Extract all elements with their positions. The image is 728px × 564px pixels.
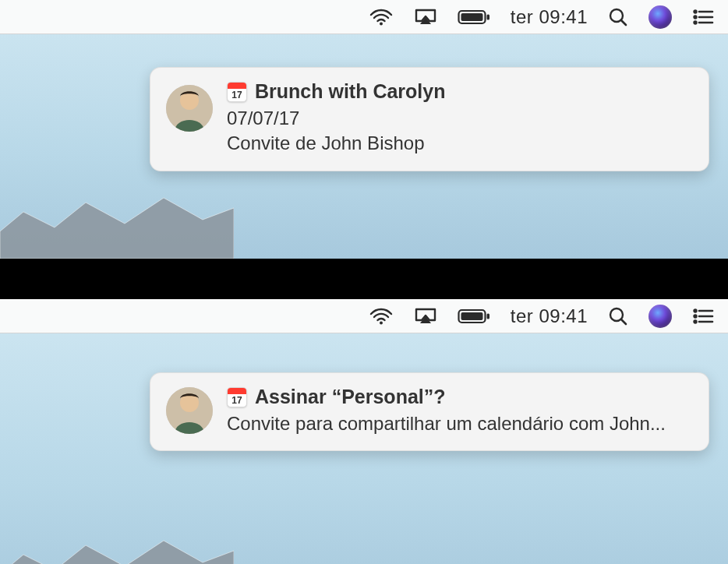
- notification-title: Assinar “Personal”?: [255, 386, 446, 408]
- svg-point-0: [380, 22, 383, 25]
- notification-date: 07/07/17: [227, 106, 693, 131]
- desktop-wallpaper-mountain: [0, 531, 234, 564]
- svg-point-14: [380, 321, 383, 324]
- airplay-icon[interactable]: [414, 8, 437, 26]
- svg-point-20: [694, 309, 697, 312]
- airplay-icon[interactable]: [414, 307, 437, 326]
- spotlight-search-icon[interactable]: [608, 306, 628, 326]
- spotlight-search-icon[interactable]: [608, 7, 628, 27]
- svg-point-6: [694, 10, 697, 12]
- notification-body: 17 Assinar “Personal”? Convite para comp…: [227, 386, 693, 436]
- siri-icon[interactable]: [648, 5, 672, 29]
- svg-rect-2: [461, 13, 482, 21]
- svg-rect-16: [461, 312, 482, 320]
- menubar: ter 09:41: [0, 299, 728, 333]
- svg-rect-17: [486, 313, 489, 319]
- svg-point-8: [694, 16, 697, 18]
- sender-avatar: [166, 85, 213, 132]
- menubar: ter 09:41: [0, 0, 728, 34]
- calendar-share-notification[interactable]: 17 Assinar “Personal”? Convite para comp…: [150, 372, 709, 451]
- notification-center-icon[interactable]: [692, 308, 714, 325]
- sender-avatar: [166, 387, 213, 434]
- svg-point-24: [694, 320, 697, 323]
- wifi-icon[interactable]: [369, 8, 394, 26]
- notification-body: 17 Brunch with Carolyn 07/07/17 Convite …: [227, 80, 693, 157]
- calendar-event-notification[interactable]: 17 Brunch with Carolyn 07/07/17 Convite …: [150, 67, 709, 171]
- svg-point-10: [694, 21, 697, 23]
- siri-icon[interactable]: [648, 305, 672, 328]
- desktop-wallpaper-mountain: [0, 189, 234, 259]
- battery-icon[interactable]: [458, 308, 490, 324]
- wifi-icon[interactable]: [369, 307, 394, 326]
- calendar-app-icon: 17: [227, 82, 247, 102]
- svg-line-5: [621, 20, 626, 25]
- menubar-clock[interactable]: ter 09:41: [511, 305, 588, 327]
- svg-point-22: [694, 315, 697, 317]
- notification-center-icon[interactable]: [692, 9, 714, 26]
- battery-icon[interactable]: [458, 9, 490, 25]
- svg-rect-3: [486, 14, 489, 19]
- desktop-screen-bottom: ter 09:41 17 Assinar “Personal”? Convite…: [0, 299, 728, 564]
- desktop-screen-top: ter 09:41 17 Brunch with Carolyn 07/07/1…: [0, 0, 728, 260]
- menubar-clock[interactable]: ter 09:41: [511, 6, 588, 28]
- notification-subtitle: Convite para compartilhar um calendário …: [227, 411, 693, 436]
- notification-title: Brunch with Carolyn: [255, 80, 445, 103]
- example-divider: [0, 260, 728, 299]
- svg-line-19: [621, 319, 626, 324]
- notification-subtitle: Convite de John Bishop: [227, 131, 693, 156]
- calendar-app-icon: 17: [227, 387, 247, 407]
